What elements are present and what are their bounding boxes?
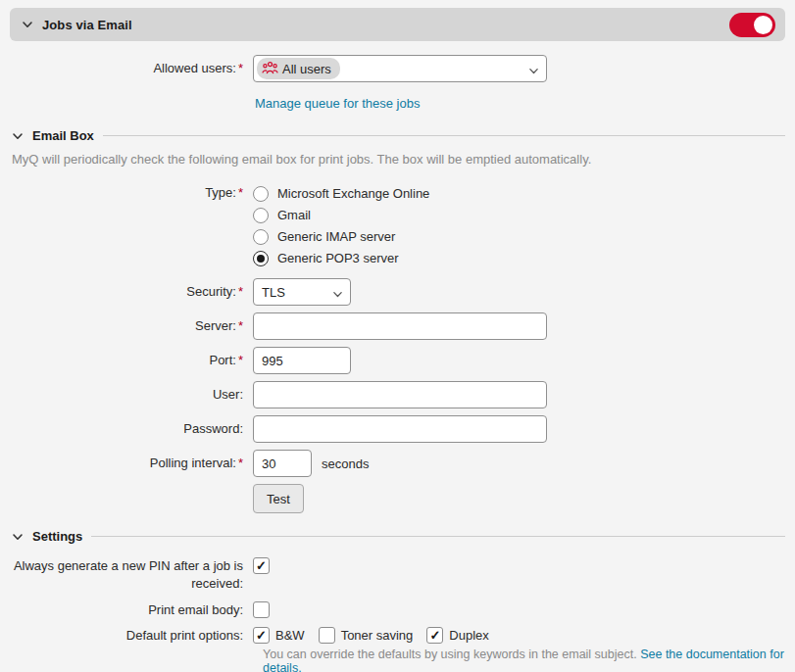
bw-checkbox[interactable]: [253, 627, 270, 644]
security-select-value: TLS: [262, 285, 285, 300]
panel-header-jobs-via-email[interactable]: Jobs via Email: [10, 8, 785, 41]
test-button[interactable]: Test: [253, 484, 304, 513]
allowed-users-row: Allowed users:* All: [10, 55, 785, 82]
print-options-help: You can override the defaults by using k…: [263, 648, 785, 672]
section-header-email-box[interactable]: Email Box: [12, 128, 785, 143]
required-asterisk: *: [238, 61, 243, 75]
radio-option-gmail[interactable]: Gmail: [253, 207, 429, 223]
jobs-via-email-settings-page: Jobs via Email Allowed users:*: [0, 0, 795, 672]
radio-icon[interactable]: [253, 186, 269, 202]
users-group-icon: [262, 61, 278, 77]
print-email-body-row: Print email body:: [10, 601, 785, 619]
option-bw[interactable]: B&W: [253, 627, 305, 644]
radio-option-exchange-online[interactable]: Microsoft Exchange Online: [253, 185, 429, 202]
radio-icon[interactable]: [253, 229, 269, 245]
default-print-options: B&W Toner saving Duplex: [253, 627, 495, 644]
chevron-down-icon[interactable]: [12, 531, 24, 543]
manage-queue-link[interactable]: Manage queue for these jobs: [255, 96, 420, 111]
security-select[interactable]: TLS: [253, 278, 351, 306]
server-input[interactable]: [253, 312, 547, 340]
help-text: You can override the defaults by using k…: [263, 648, 637, 661]
radio-option-generic-pop3[interactable]: Generic POP3 server: [253, 250, 429, 266]
type-options: Microsoft Exchange Online Gmail Generic …: [253, 184, 429, 266]
radio-icon[interactable]: [253, 208, 269, 223]
radio-option-label: Generic POP3 server: [277, 251, 399, 265]
type-label: Type:*: [10, 184, 253, 202]
test-row: Test: [10, 484, 785, 513]
section-divider: [91, 536, 785, 537]
print-email-body-label: Print email body:: [10, 601, 253, 619]
chevron-down-icon: [332, 288, 343, 303]
polling-interval-unit: seconds: [322, 456, 369, 471]
manage-queue-link-row: Manage queue for these jobs: [255, 94, 785, 112]
all-users-tag-label: All users: [282, 62, 331, 76]
default-print-options-label: Default print options:: [10, 627, 253, 645]
duplex-checkbox[interactable]: [426, 627, 443, 644]
email-box-description: MyQ will periodically check the followin…: [12, 152, 785, 167]
option-toner-saving[interactable]: Toner saving: [319, 627, 414, 644]
required-asterisk: *: [238, 284, 243, 299]
polling-interval-label: Polling interval:*: [10, 455, 253, 472]
required-asterisk: *: [238, 185, 243, 200]
server-label: Server:*: [10, 317, 253, 335]
radio-icon[interactable]: [253, 251, 269, 266]
all-users-tag[interactable]: All users: [257, 58, 340, 79]
port-row: Port:*: [10, 347, 785, 374]
section-title: Settings: [32, 529, 82, 544]
generate-pin-row: Always generate a new PIN after a job is…: [10, 557, 785, 592]
chevron-down-icon[interactable]: [22, 19, 33, 30]
password-label: Password:: [10, 420, 253, 438]
polling-interval-input[interactable]: [253, 450, 312, 477]
user-input[interactable]: [253, 381, 547, 408]
generate-pin-checkbox[interactable]: [253, 557, 270, 574]
generate-pin-label: Always generate a new PIN after a job is…: [10, 557, 253, 592]
password-input[interactable]: [253, 415, 547, 443]
polling-interval-row: Polling interval:* seconds: [10, 450, 785, 477]
toner-saving-checkbox[interactable]: [319, 627, 335, 644]
jobs-via-email-toggle[interactable]: [729, 13, 775, 37]
required-asterisk: *: [238, 318, 243, 333]
panel-title: Jobs via Email: [42, 18, 132, 32]
section-divider: [103, 135, 785, 136]
bw-label: B&W: [275, 628, 305, 643]
toggle-knob: [754, 16, 772, 34]
security-row: Security:* TLS: [10, 278, 785, 306]
port-input[interactable]: [253, 347, 351, 374]
required-asterisk: *: [238, 353, 243, 367]
option-duplex[interactable]: Duplex: [426, 627, 488, 644]
section-title: Email Box: [32, 128, 94, 143]
toner-saving-label: Toner saving: [341, 628, 414, 643]
radio-option-label: Gmail: [277, 208, 311, 222]
duplex-label: Duplex: [449, 628, 488, 643]
section-header-settings[interactable]: Settings: [12, 529, 785, 544]
chevron-down-icon: [528, 65, 539, 79]
default-print-options-row: Default print options: B&W Toner saving …: [10, 627, 785, 645]
password-row: Password:: [10, 415, 785, 443]
port-label: Port:*: [10, 352, 253, 369]
user-label: User:: [10, 386, 253, 404]
radio-option-generic-imap[interactable]: Generic IMAP server: [253, 228, 429, 245]
radio-option-label: Generic IMAP server: [277, 229, 395, 244]
allowed-users-label: Allowed users:*: [10, 60, 253, 77]
type-row: Type:* Microsoft Exchange Online Gmail G…: [10, 184, 785, 266]
required-asterisk: *: [238, 456, 243, 470]
server-row: Server:*: [10, 312, 785, 340]
user-row: User:: [10, 381, 785, 408]
radio-option-label: Microsoft Exchange Online: [277, 186, 429, 201]
allowed-users-select[interactable]: All users: [253, 55, 547, 82]
security-label: Security:*: [10, 283, 253, 301]
chevron-down-icon[interactable]: [12, 130, 24, 142]
print-email-body-checkbox[interactable]: [253, 601, 270, 618]
